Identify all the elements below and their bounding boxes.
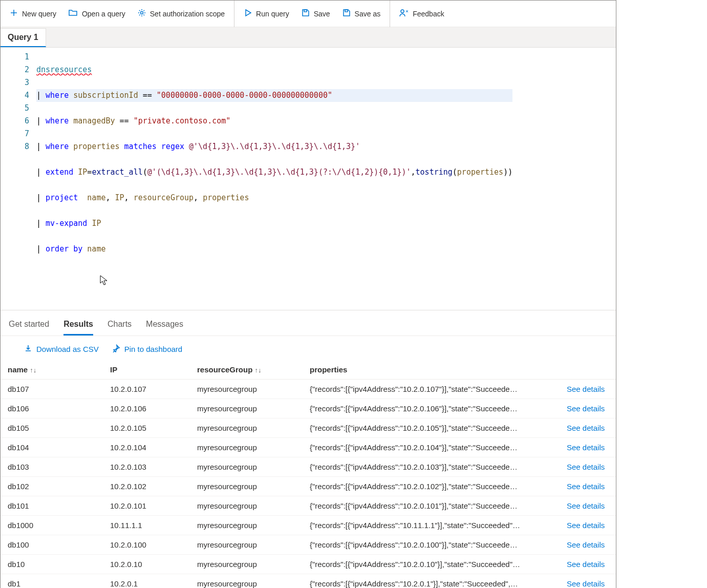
cell-see-details: See details (560, 555, 616, 574)
cell-name: db102 (1, 477, 103, 496)
sort-icon: ↑↓ (254, 366, 261, 374)
cell-resourcegroup: myresourcegroup (190, 477, 303, 496)
folder-open-icon (69, 9, 78, 18)
code-body[interactable]: dnsresources | where subscriptionId == "… (36, 48, 512, 310)
table-row[interactable]: db10510.2.0.105myresourcegroup{"records"… (1, 418, 616, 438)
sort-icon: ↑↓ (30, 366, 36, 374)
line-number: 6 (1, 115, 29, 128)
cell-name: db106 (1, 399, 103, 418)
cell-resourcegroup: myresourcegroup (190, 555, 303, 574)
token-eq: == (120, 116, 129, 125)
token-project: project (46, 193, 78, 202)
col-header-name[interactable]: name↑↓ (1, 360, 103, 380)
col-header-properties[interactable]: properties (303, 360, 560, 380)
table-row[interactable]: db1010.2.0.10myresourcegroup{"records":[… (1, 555, 616, 574)
see-details-link[interactable]: See details (567, 560, 605, 569)
cell-properties: {"records":[{"ipv4Address":"10.2.0.10"}]… (303, 555, 560, 574)
table-row[interactable]: db10210.2.0.102myresourcegroup{"records"… (1, 477, 616, 496)
see-details-link[interactable]: See details (567, 424, 605, 432)
cell-name: db1000 (1, 516, 103, 535)
line-number: 5 (1, 102, 29, 115)
cell-properties: {"records":[{"ipv4Address":"10.2.0.100"}… (303, 535, 560, 555)
token-where: where (46, 116, 69, 125)
token-string: "00000000-0000-0000-0000-000000000000" (157, 91, 332, 100)
see-details-link[interactable]: See details (567, 521, 605, 530)
col-header-label: resourceGroup (197, 365, 252, 374)
line-gutter: 1 2 3 4 5 6 7 8 (1, 48, 36, 310)
see-details-link[interactable]: See details (567, 540, 605, 549)
save-as-icon (342, 9, 351, 18)
feedback-label: Feedback (413, 10, 444, 18)
token-by: by (73, 244, 82, 254)
cell-see-details: See details (560, 574, 616, 589)
tab-get-started[interactable]: Get started (9, 317, 49, 335)
svg-point-2 (140, 12, 143, 14)
cell-ip: 10.2.0.103 (103, 457, 190, 477)
cell-resourcegroup: myresourcegroup (190, 399, 303, 418)
save-as-label: Save as (355, 10, 381, 18)
cell-resourcegroup: myresourcegroup (190, 457, 303, 477)
code-editor[interactable]: 1 2 3 4 5 6 7 8 dnsresources | where sub… (1, 48, 616, 310)
run-query-button[interactable]: Run query (234, 1, 295, 27)
feedback-button[interactable]: Feedback (390, 1, 450, 27)
see-details-link[interactable]: See details (567, 443, 605, 452)
open-query-label: Open a query (82, 10, 125, 18)
query-tab-1[interactable]: Query 1 (1, 28, 46, 47)
token-col: name (87, 244, 105, 254)
col-header-ip[interactable]: IP (103, 360, 190, 380)
cell-properties: {"records":[{"ipv4Address":"10.11.1.1"}]… (303, 516, 560, 535)
toolbar: New query Open a query Set authorization… (1, 1, 616, 27)
cell-see-details: See details (560, 399, 616, 418)
token-col: properties (73, 142, 119, 151)
cell-ip: 10.2.0.104 (103, 438, 190, 457)
new-query-label: New query (22, 10, 56, 18)
download-csv-button[interactable]: Download as CSV (24, 344, 99, 354)
token-table: dnsresources (36, 65, 92, 74)
see-details-link[interactable]: See details (567, 482, 605, 491)
pin-dashboard-button[interactable]: Pin to dashboard (112, 344, 182, 354)
set-auth-scope-button[interactable]: Set authorization scope (132, 1, 231, 27)
cell-resourcegroup: myresourcegroup (190, 418, 303, 438)
col-header-label: properties (310, 365, 347, 374)
see-details-link[interactable]: See details (567, 385, 605, 393)
cell-see-details: See details (560, 535, 616, 555)
cell-resourcegroup: myresourcegroup (190, 438, 303, 457)
cell-ip: 10.2.0.100 (103, 535, 190, 555)
token-col: IP (92, 219, 101, 228)
query-tabstrip: Query 1 (1, 27, 616, 48)
tab-messages[interactable]: Messages (146, 317, 183, 335)
table-row[interactable]: db10610.2.0.106myresourcegroup{"records"… (1, 399, 616, 418)
results-table: name↑↓ IP resourceGroup↑↓ properties db1… (1, 360, 616, 588)
feedback-person-icon (399, 9, 409, 18)
cell-ip: 10.11.1.1 (103, 516, 190, 535)
open-query-button[interactable]: Open a query (62, 1, 132, 27)
line-number: 7 (1, 128, 29, 140)
cell-name: db100 (1, 535, 103, 555)
save-button[interactable]: Save (295, 1, 336, 27)
see-details-link[interactable]: See details (567, 579, 605, 588)
save-as-button[interactable]: Save as (336, 1, 387, 27)
token-col: properties (457, 167, 503, 177)
col-header-resourcegroup[interactable]: resourceGroup↑↓ (190, 360, 303, 380)
table-row[interactable]: db10110.2.0.101myresourcegroup{"records"… (1, 496, 616, 516)
cell-properties: {"records":[{"ipv4Address":"10.2.0.106"}… (303, 399, 560, 418)
cell-properties: {"records":[{"ipv4Address":"10.2.0.104"}… (303, 438, 560, 457)
table-row[interactable]: db110.2.0.1myresourcegroup{"records":[{"… (1, 574, 616, 589)
see-details-link[interactable]: See details (567, 404, 605, 413)
table-row[interactable]: db10010.2.0.100myresourcegroup{"records"… (1, 535, 616, 555)
token-order: order (46, 244, 69, 254)
tab-results[interactable]: Results (63, 317, 93, 335)
cell-ip: 10.2.0.1 (103, 574, 190, 589)
tab-charts[interactable]: Charts (108, 317, 132, 335)
token-mvexpand: mv-expand (46, 219, 87, 228)
see-details-link[interactable]: See details (567, 501, 605, 510)
table-row[interactable]: db10310.2.0.103myresourcegroup{"records"… (1, 457, 616, 477)
table-row[interactable]: db10410.2.0.104myresourcegroup{"records"… (1, 438, 616, 457)
cell-properties: {"records":[{"ipv4Address":"10.2.0.107"}… (303, 380, 560, 399)
new-query-button[interactable]: New query (4, 1, 62, 27)
cell-see-details: See details (560, 516, 616, 535)
play-icon (244, 9, 252, 18)
table-row[interactable]: db10710.2.0.107myresourcegroup{"records"… (1, 380, 616, 399)
table-row[interactable]: db100010.11.1.1myresourcegroup{"records"… (1, 516, 616, 535)
see-details-link[interactable]: See details (567, 463, 605, 471)
